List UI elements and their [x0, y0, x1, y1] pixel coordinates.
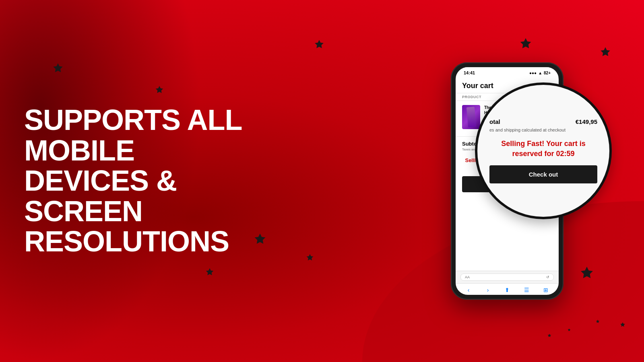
nav-tabs[interactable]: ⊞ — [542, 286, 550, 294]
url-bar[interactable]: AA ↺ — [460, 274, 554, 281]
svg-marker-5 — [206, 268, 213, 275]
star-5 — [205, 267, 214, 278]
signal-icon: ●●● — [529, 71, 537, 75]
magnify-content: otal €149,95 es and shipping calculated … — [477, 110, 609, 191]
headline-line4: RESOLUTIONS — [24, 226, 258, 257]
product-col-header: PRODUCT — [462, 95, 481, 99]
svg-marker-4 — [307, 254, 314, 261]
svg-marker-6 — [520, 38, 531, 48]
wifi-icon: ▲ — [538, 71, 542, 75]
reload-icon[interactable]: ↺ — [546, 275, 549, 279]
star-0 — [52, 62, 64, 75]
headline: SUPPORTS ALL MOBILE DEVICES & SCREEN RES… — [24, 105, 258, 257]
magnify-selling-fast: Selling Fast! Your cart is reserved for … — [489, 139, 597, 159]
star-4 — [306, 253, 314, 263]
phone-mockup: 14:41 ●●● ▲ 82+ Your cart × PRODUCT TOTA… — [451, 62, 564, 300]
nav-back[interactable]: ‹ — [464, 286, 473, 294]
svg-marker-9 — [581, 267, 593, 278]
svg-marker-11 — [596, 320, 599, 323]
battery-icon: 82+ — [544, 71, 551, 75]
status-icons: ●●● ▲ 82+ — [529, 71, 551, 75]
phone-container: 14:41 ●●● ▲ 82+ Your cart × PRODUCT TOTA… — [451, 62, 564, 300]
browser-bar: AA ↺ — [456, 271, 559, 283]
headline-line2: MOBILE DEVICES & — [24, 136, 258, 196]
browser-nav: ‹ › ⬆ ☰ ⊞ — [456, 283, 559, 295]
left-content: SUPPORTS ALL MOBILE DEVICES & SCREEN RES… — [24, 105, 258, 257]
status-bar: 14:41 ●●● ▲ 82+ — [456, 67, 559, 77]
svg-marker-13 — [548, 334, 551, 337]
star-10 — [620, 322, 625, 329]
nav-bookmarks[interactable]: ☰ — [522, 286, 530, 294]
nav-forward[interactable]: › — [484, 286, 492, 294]
status-time: 14:41 — [464, 70, 475, 75]
star-9 — [580, 265, 594, 282]
product-image — [462, 105, 480, 129]
star-1 — [155, 85, 164, 96]
headline-line1: SUPPORTS ALL — [24, 105, 258, 136]
magnify-total-row: otal €149,95 — [489, 118, 597, 125]
star-13 — [547, 332, 551, 339]
magnify-checkout-button[interactable]: Check out — [489, 165, 597, 183]
svg-marker-12 — [568, 329, 571, 331]
headline-line3: SCREEN — [24, 196, 258, 227]
star-6 — [519, 37, 532, 51]
magnify-total-value: €149,95 — [576, 118, 597, 125]
snowboard-image — [466, 107, 476, 128]
svg-marker-7 — [601, 47, 610, 56]
star-11 — [596, 318, 600, 325]
magnify-note: es and shipping calculated at checkout — [489, 128, 597, 132]
svg-marker-10 — [620, 322, 625, 327]
nav-share[interactable]: ⬆ — [503, 286, 511, 294]
star-7 — [600, 46, 611, 59]
star-12 — [568, 326, 571, 333]
svg-marker-0 — [53, 63, 62, 72]
star-3 — [314, 39, 324, 51]
url-text: AA — [465, 275, 470, 279]
magnify-total-label: otal — [489, 118, 500, 125]
cart-title: Your cart — [462, 82, 493, 90]
magnify-circle: otal €149,95 es and shipping calculated … — [475, 82, 612, 219]
svg-marker-3 — [315, 40, 324, 48]
svg-marker-1 — [156, 86, 163, 93]
